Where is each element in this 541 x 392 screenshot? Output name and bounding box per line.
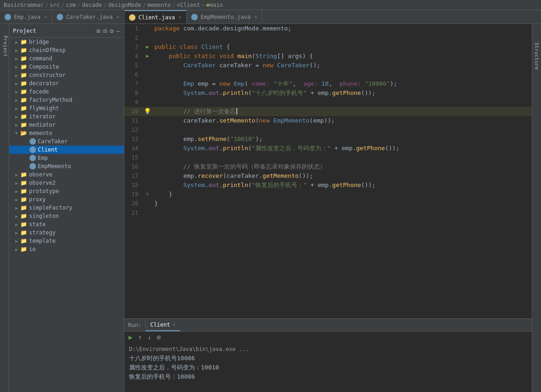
sidebar-item-Emp[interactable]: Emp	[9, 154, 124, 162]
main-area: Project Project ⊞ ⊟ ⚙ — ▶ 📁 bridge ▶ 📁 c…	[0, 24, 541, 392]
line-number: 6	[124, 70, 143, 79]
code-line-11: 11 careTaker.setMemento(new EmpMemento(e…	[124, 116, 532, 125]
structure-strip-label[interactable]: Structure	[534, 42, 540, 70]
expand-arrow: ▶	[13, 123, 20, 128]
code-content: public class Client {	[152, 42, 532, 52]
sidebar-item-mediator[interactable]: ▶ 📁 mediator	[9, 121, 124, 129]
line-number: 17	[124, 171, 143, 181]
sidebar-item-strategy[interactable]: ▶ 📁 strategy	[9, 228, 124, 237]
run-arrow-icon[interactable]: ▶	[146, 42, 149, 52]
settings-button[interactable]: ⚙	[155, 333, 162, 342]
sidebar-item-label: decorator	[29, 80, 59, 87]
right-strip: Structure	[532, 24, 541, 392]
sidebar-item-factoryMethod[interactable]: ▶ 📁 factoryMethod	[9, 96, 124, 104]
folder-icon: 📁	[20, 80, 27, 87]
sidebar-item-facede[interactable]: ▶ 📁 facede	[9, 88, 124, 96]
folder-icon: 📁	[20, 196, 27, 203]
close-icon[interactable]: ✕	[172, 322, 176, 328]
close-icon[interactable]: ✕	[254, 14, 258, 20]
sidebar-item-simpleFactory[interactable]: ▶ 📁 simpleFactory	[9, 204, 124, 212]
run-arrow-icon[interactable]: ▶	[146, 52, 149, 61]
code-line-14: 14 System.out.println("属性改变之后，号码变为：" + e…	[124, 144, 532, 153]
sidebar-item-singleton[interactable]: ▶ 📁 singleton	[9, 212, 124, 220]
code-container[interactable]: 1 package com.decade.designMode.memento;…	[124, 24, 532, 318]
code-content	[152, 33, 532, 42]
tab-empmemento[interactable]: EmpMemento.java ✕	[187, 10, 262, 23]
code-content: System.out.println("恢复后的手机号：" + emp.getP…	[152, 181, 532, 190]
code-line-13: 13 emp.setPhone("10010");	[124, 135, 532, 144]
sidebar-item-observe[interactable]: ▶ 📁 observe	[9, 170, 124, 179]
line-number: 10	[124, 107, 143, 116]
breadcrumb-sep: /	[77, 2, 81, 8]
expand-all-icon[interactable]: ⊞	[96, 27, 100, 35]
sidebar-item-constructor[interactable]: ▶ 📁 constructor	[9, 71, 124, 79]
sidebar-item-label: facede	[29, 88, 49, 95]
bottom-tab-client[interactable]: Client ✕	[146, 319, 180, 331]
line-number: 18	[124, 181, 143, 190]
sidebar-item-template[interactable]: ▶ 📁 template	[9, 237, 124, 245]
folder-icon: 📁	[20, 229, 27, 236]
code-line-17: 17 emp.recover(careTaker.getMemento());	[124, 171, 532, 181]
run-label-text: Run:	[128, 322, 141, 328]
sidebar-item-proxy[interactable]: ▶ 📁 proxy	[9, 195, 124, 204]
close-icon[interactable]: ✕	[117, 14, 120, 20]
sidebar-item-Client[interactable]: Client	[9, 146, 124, 154]
breadcrumb-item: decade	[82, 2, 102, 8]
expand-arrow: ▶	[13, 230, 20, 235]
show-options-icon[interactable]: ⚙	[110, 27, 113, 35]
close-sidebar-icon[interactable]: —	[117, 27, 120, 35]
sidebar-item-prototype[interactable]: ▶ 📁 prototype	[9, 187, 124, 195]
sidebar-item-command[interactable]: ▶ 📁 command	[9, 54, 124, 63]
sidebar-item-io[interactable]: ▶ 📁 io	[9, 245, 124, 253]
sidebar-item-bridge[interactable]: ▶ 📁 bridge	[9, 38, 124, 46]
line-number: 15	[124, 153, 143, 162]
expand-arrow: ▶	[13, 172, 20, 177]
sidebar-item-label: flyWeight	[29, 105, 59, 111]
run-label: Run:	[124, 319, 146, 331]
line-gutter: ▽	[143, 190, 152, 199]
scroll-up-button[interactable]: ↑	[136, 333, 143, 342]
tab-client[interactable]: Client.java ✕	[124, 10, 187, 23]
breadcrumb-bar: BasicGrammar / src / com / decade / desi…	[0, 0, 541, 10]
sidebar-item-label: CareTaker	[38, 138, 68, 145]
breadcrumb-icon: ⊕	[206, 2, 210, 8]
code-content: public static void main(String[] args) {	[152, 52, 532, 61]
fold-arrow-icon[interactable]: ▽	[146, 190, 149, 199]
sidebar-item-decorator[interactable]: ▶ 📁 decorator	[9, 79, 124, 88]
code-content	[152, 70, 532, 79]
folder-icon: 📁	[20, 113, 27, 120]
code-content	[152, 153, 532, 162]
breadcrumb-sep: /	[143, 2, 146, 8]
bulb-icon[interactable]: 💡	[144, 107, 151, 116]
sidebar-item-Composite[interactable]: ▶ 📁 Composite	[9, 63, 124, 71]
sidebar-item-label: Emp	[38, 155, 48, 161]
sidebar-item-memento[interactable]: ▶ 📂 memento	[9, 129, 124, 137]
run-button[interactable]: ▶	[127, 333, 134, 342]
sidebar-item-CareTaker[interactable]: CareTaker	[9, 137, 124, 146]
collapse-all-icon[interactable]: ⊟	[103, 27, 107, 35]
sidebar-item-label: constructor	[29, 72, 65, 78]
code-content	[152, 98, 532, 107]
line-number: 3	[124, 42, 143, 52]
code-line-4: 4 ▶ public static void main(String[] arg…	[124, 52, 532, 61]
code-content: System.out.println("属性改变之后，号码变为：" + emp.…	[152, 144, 532, 153]
code-content: emp.setPhone("10010");	[152, 135, 532, 144]
sidebar-item-flyWeight[interactable]: ▶ 📁 flyWeight	[9, 104, 124, 112]
breadcrumb-item: memento	[147, 2, 171, 8]
breadcrumb-item: main	[210, 2, 223, 8]
sidebar-item-state[interactable]: ▶ 📁 state	[9, 220, 124, 228]
code-line-2: 2	[124, 33, 532, 42]
tab-caretaker[interactable]: CareTaker.java ✕	[52, 10, 124, 23]
sidebar-item-chainOfResp[interactable]: ▶ 📁 chainOfResp	[9, 46, 124, 54]
sidebar-item-observe2[interactable]: ▶ 📁 observe2	[9, 179, 124, 187]
sidebar-item-EmpMemento[interactable]: EmpMemento	[9, 162, 124, 170]
folder-icon: 📁	[20, 88, 27, 95]
sidebar-item-iterator[interactable]: ▶ 📁 iterator	[9, 112, 124, 121]
sidebar-header: Project ⊞ ⊟ ⚙ —	[9, 24, 124, 38]
tab-emp[interactable]: Emp.java ✕	[0, 10, 52, 23]
scroll-down-button[interactable]: ↓	[146, 333, 153, 342]
close-icon[interactable]: ✕	[179, 14, 182, 20]
code-content: // 恢复至第一次的号码（即备忘录对象保存的状态）	[152, 162, 532, 171]
line-gutter: ▶	[143, 42, 152, 52]
close-icon[interactable]: ✕	[44, 14, 47, 20]
